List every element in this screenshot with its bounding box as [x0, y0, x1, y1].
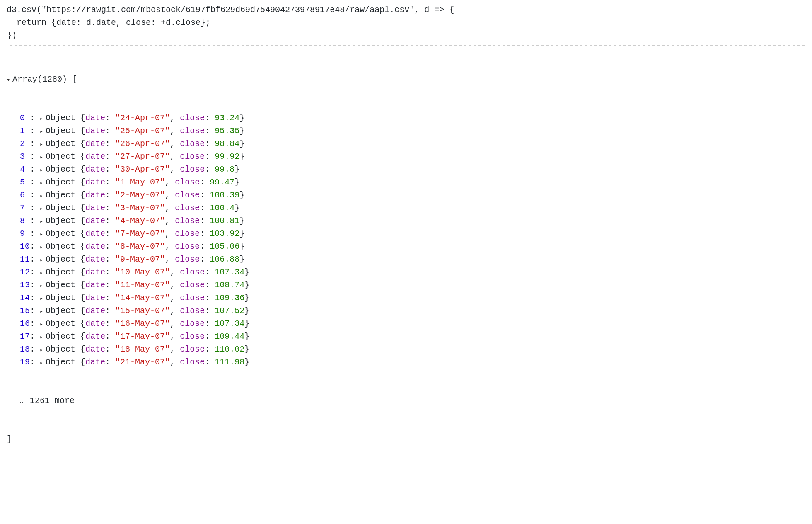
object-label: Object [46, 124, 75, 137]
key-date: date [85, 137, 105, 150]
brace-close: } [239, 189, 244, 201]
colon: : [205, 304, 215, 317]
value-close: 109.44 [215, 330, 244, 343]
array-row[interactable]: 16: ▸Object {date: "16-May-07", close: 1… [7, 317, 805, 330]
comma: , [170, 356, 180, 369]
object-label: Object [46, 253, 75, 266]
value-close: 95.35 [215, 124, 239, 137]
object-label: Object [46, 317, 75, 330]
colon: : [105, 266, 115, 279]
value-date: "10-May-07" [115, 266, 170, 279]
expand-right-icon[interactable]: ▸ [40, 308, 46, 316]
brace-close: } [234, 163, 239, 176]
key-date: date [85, 150, 105, 163]
expand-right-icon[interactable]: ▸ [40, 269, 46, 277]
array-row[interactable]: 13: ▸Object {date: "11-May-07", close: 1… [7, 279, 805, 291]
array-row[interactable]: 8: ▸Object {date: "4-May-07", close: 100… [7, 214, 805, 227]
value-close: 109.36 [215, 291, 244, 304]
expand-right-icon[interactable]: ▸ [40, 205, 46, 213]
comma: , [170, 279, 180, 291]
object-label: Object [46, 189, 75, 201]
comma: , [165, 227, 175, 240]
brace-close: } [244, 330, 249, 343]
code-cell[interactable]: d3.csv("https://rawgit.com/mbostock/6197… [7, 3, 805, 46]
colon: : [30, 176, 40, 189]
expand-right-icon[interactable]: ▸ [40, 166, 46, 175]
array-row[interactable]: 18: ▸Object {date: "18-May-07", close: 1… [7, 343, 805, 356]
expand-right-icon[interactable]: ▸ [40, 256, 46, 264]
brace-close: } [244, 279, 249, 291]
array-row[interactable]: 5: ▸Object {date: "1-May-07", close: 99.… [7, 176, 805, 189]
array-row[interactable]: 6: ▸Object {date: "2-May-07", close: 100… [7, 189, 805, 201]
expand-right-icon[interactable]: ▸ [40, 346, 46, 354]
expand-right-icon[interactable]: ▸ [40, 359, 46, 367]
row-index: 13 [20, 279, 30, 291]
expand-right-icon[interactable]: ▸ [40, 243, 46, 252]
brace-close: } [244, 343, 249, 356]
key-date: date [85, 240, 105, 253]
expand-right-icon[interactable]: ▸ [40, 230, 46, 239]
expand-right-icon[interactable]: ▸ [40, 320, 46, 329]
object-label: Object [46, 279, 75, 291]
value-date: "8-May-07" [115, 240, 165, 253]
row-index: 14 [20, 291, 30, 304]
array-row[interactable]: 12: ▸Object {date: "10-May-07", close: 1… [7, 266, 805, 279]
array-row[interactable]: 10: ▸Object {date: "8-May-07", close: 10… [7, 240, 805, 253]
array-row[interactable]: 1: ▸Object {date: "25-Apr-07", close: 95… [7, 124, 805, 137]
value-close: 111.98 [215, 356, 244, 369]
value-date: "7-May-07" [115, 227, 165, 240]
expand-right-icon[interactable]: ▸ [40, 115, 46, 123]
object-label: Object [46, 163, 75, 176]
expand-right-icon[interactable]: ▸ [40, 141, 46, 149]
colon: : [200, 189, 210, 201]
colon: : [105, 330, 115, 343]
expand-right-icon[interactable]: ▸ [40, 179, 46, 187]
colon: : [200, 214, 210, 227]
value-date: "30-Apr-07" [115, 163, 170, 176]
key-close: close [175, 189, 200, 201]
expand-down-icon[interactable]: ▾ [7, 76, 12, 85]
brace-close: } [234, 176, 239, 189]
colon: : [205, 163, 215, 176]
brace-open: { [75, 214, 85, 227]
array-row[interactable]: 14: ▸Object {date: "14-May-07", close: 1… [7, 291, 805, 304]
expand-right-icon[interactable]: ▸ [40, 153, 46, 162]
expand-right-icon[interactable]: ▸ [40, 333, 46, 342]
array-row[interactable]: 2: ▸Object {date: "26-Apr-07", close: 98… [7, 137, 805, 150]
array-row[interactable]: 19: ▸Object {date: "21-May-07", close: 1… [7, 356, 805, 369]
array-row[interactable]: 3: ▸Object {date: "27-Apr-07", close: 99… [7, 150, 805, 163]
expand-right-icon[interactable]: ▸ [40, 295, 46, 303]
expand-right-icon[interactable]: ▸ [40, 282, 46, 290]
array-row[interactable]: 0: ▸Object {date: "24-Apr-07", close: 93… [7, 112, 805, 124]
array-header[interactable]: ▾Array(1280) [ [7, 73, 805, 86]
colon: : [205, 150, 215, 163]
array-row[interactable]: 7: ▸Object {date: "3-May-07", close: 100… [7, 201, 805, 214]
colon: : [200, 253, 210, 266]
array-row[interactable]: 11: ▸Object {date: "9-May-07", close: 10… [7, 253, 805, 266]
comma: , [165, 240, 175, 253]
array-label: Array(1280) [ [12, 73, 77, 86]
key-close: close [180, 279, 205, 291]
expand-right-icon[interactable]: ▸ [40, 128, 46, 136]
colon: : [30, 137, 40, 150]
row-index: 8 [20, 214, 30, 227]
colon: : [200, 201, 210, 214]
object-label: Object [46, 356, 75, 369]
key-date: date [85, 330, 105, 343]
comma: , [165, 176, 175, 189]
array-row[interactable]: 17: ▸Object {date: "17-May-07", close: 1… [7, 330, 805, 343]
comma: , [165, 214, 175, 227]
expand-right-icon[interactable]: ▸ [40, 192, 46, 200]
key-date: date [85, 176, 105, 189]
array-row[interactable]: 4: ▸Object {date: "30-Apr-07", close: 99… [7, 163, 805, 176]
comma: , [165, 201, 175, 214]
expand-right-icon[interactable]: ▸ [40, 218, 46, 226]
comma: , [170, 304, 180, 317]
object-label: Object [46, 343, 75, 356]
key-date: date [85, 343, 105, 356]
object-label: Object [46, 266, 75, 279]
brace-close: } [244, 266, 249, 279]
array-row[interactable]: 9: ▸Object {date: "7-May-07", close: 103… [7, 227, 805, 240]
array-row[interactable]: 15: ▸Object {date: "15-May-07", close: 1… [7, 304, 805, 317]
more-indicator[interactable]: … 1261 more [7, 394, 805, 407]
